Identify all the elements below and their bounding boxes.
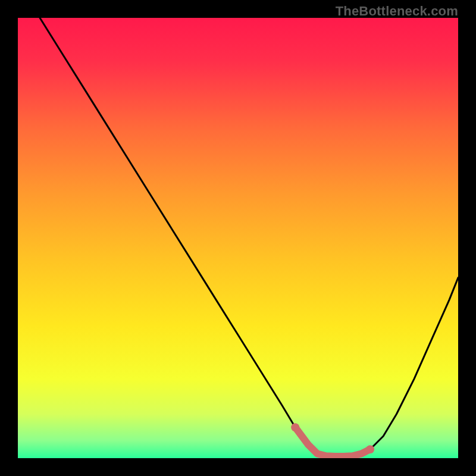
curve-path	[40, 18, 458, 456]
plot-frame	[18, 18, 458, 458]
watermark-text: TheBottleneck.com	[336, 4, 458, 19]
highlight-start-dot	[291, 423, 299, 431]
curve-highlight-segment	[295, 427, 370, 456]
highlight-end-dot	[366, 445, 374, 453]
bottleneck-curve-chart	[18, 18, 458, 458]
